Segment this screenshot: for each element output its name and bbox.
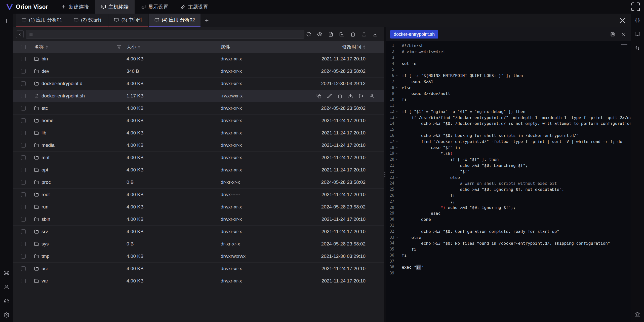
fold-toggle[interactable] xyxy=(394,116,400,119)
table-row[interactable]: docker-entrypoint.d4.00 KBdrwxr-xr-x2021… xyxy=(13,78,384,90)
row-permission-button[interactable] xyxy=(369,94,374,98)
row-download-button[interactable] xyxy=(348,94,353,98)
back-button[interactable] xyxy=(16,30,24,38)
download-button[interactable] xyxy=(373,32,378,37)
fold-toggle[interactable] xyxy=(394,74,400,77)
row-checkbox[interactable] xyxy=(21,143,26,148)
delete-button[interactable] xyxy=(350,32,355,37)
row-checkbox[interactable] xyxy=(21,279,26,283)
table-row[interactable]: run4.00 KBdrwxr-xr-x2024-05-28 23:58:02 xyxy=(13,201,384,213)
variables-button[interactable]: {} xyxy=(634,17,641,23)
table-row[interactable]: root4.00 KBdrwx------2021-11-24 17:20:10 xyxy=(13,189,384,201)
row-checkbox[interactable] xyxy=(21,131,26,135)
editor-file-tab[interactable]: docker-entrypoint.sh xyxy=(390,30,438,39)
nav-item-new-connection[interactable]: 新建连接 xyxy=(55,0,95,14)
tab-2[interactable]: (2) 数据库 xyxy=(68,14,108,27)
table-row[interactable]: usr4.00 KBdrwxr-xr-x2021-11-24 17:20:10 xyxy=(13,263,384,275)
row-checkbox[interactable] xyxy=(21,57,26,61)
fold-toggle[interactable] xyxy=(394,236,400,239)
fold-toggle[interactable] xyxy=(394,140,400,143)
settings-button[interactable] xyxy=(3,312,10,318)
column-header-attr[interactable]: 属性 xyxy=(221,44,314,50)
sort-icon[interactable] xyxy=(138,45,140,49)
tab-1[interactable]: (1) 应用-分析01 xyxy=(16,14,68,27)
row-checkbox[interactable] xyxy=(21,217,26,222)
row-move-button[interactable] xyxy=(359,94,364,98)
row-checkbox[interactable] xyxy=(21,180,26,185)
fold-toggle[interactable] xyxy=(394,158,400,161)
code-editor[interactable]: 1#!/bin/sh2# vim:sw=4:ts=4:et34set -e56i… xyxy=(386,41,631,322)
column-header-size[interactable]: 大小 xyxy=(127,44,221,50)
user-button[interactable] xyxy=(3,284,10,290)
row-checkbox[interactable] xyxy=(21,69,26,74)
table-row[interactable]: mnt4.00 KBdrwxr-xr-x2021-11-24 17:20:10 xyxy=(13,152,384,164)
new-file-button[interactable] xyxy=(328,32,333,37)
row-checkbox[interactable] xyxy=(21,106,26,111)
table-row[interactable]: sys0 Bdr-xr-xr-x2024-05-28 23:58:02 xyxy=(13,238,384,250)
fold-toggle[interactable] xyxy=(394,152,400,155)
nav-item-label: 主题设置 xyxy=(188,4,208,10)
tab-3[interactable]: (3) 中间件 xyxy=(108,14,148,27)
row-checkbox[interactable] xyxy=(21,229,26,234)
upload-icon xyxy=(361,32,367,37)
sort-icon[interactable] xyxy=(363,45,366,49)
table-row[interactable]: dev340 Bdrwxr-xr-x2024-05-28 23:58:02 xyxy=(13,65,384,78)
screenshot-button[interactable] xyxy=(634,311,641,318)
shortcut-keys-button[interactable] xyxy=(3,270,10,276)
row-checkbox[interactable] xyxy=(21,205,26,209)
column-header-name[interactable]: 名称 xyxy=(31,44,127,50)
column-header-mtime[interactable]: 修改时间 xyxy=(314,44,384,50)
row-checkbox[interactable] xyxy=(21,254,26,259)
table-row[interactable]: opt4.00 KBdrwxr-xr-x2021-11-24 17:20:10 xyxy=(13,164,384,176)
row-copy-button[interactable] xyxy=(316,94,321,98)
table-row[interactable]: media4.00 KBdrwxr-xr-x2021-11-24 17:20:1… xyxy=(13,139,384,152)
table-row[interactable]: proc0 Bdr-xr-xr-x2024-05-28 23:58:02 xyxy=(13,176,384,189)
row-checkbox[interactable] xyxy=(21,155,26,160)
table-row[interactable]: var4.00 KBdrwxr-xr-x2021-11-24 17:20:10 xyxy=(13,275,384,287)
upload-button[interactable] xyxy=(361,32,367,37)
row-checkbox[interactable] xyxy=(21,118,26,123)
table-row[interactable]: lib4.00 KBdrwxr-xr-x2021-11-24 17:20:10 xyxy=(13,127,384,139)
fold-toggle[interactable] xyxy=(394,110,400,113)
sync-button[interactable] xyxy=(3,298,10,304)
table-row[interactable]: bin4.00 KBdrwxr-xr-x2021-11-24 17:20:10 xyxy=(13,53,384,65)
path-input[interactable] xyxy=(35,32,301,37)
select-all-checkbox[interactable] xyxy=(21,45,26,49)
transfer-list-button[interactable] xyxy=(634,45,641,51)
terminal-display-button[interactable] xyxy=(634,31,641,37)
fullscreen-button[interactable] xyxy=(630,0,641,14)
table-row[interactable]: docker-entrypoint.sh1.17 KB-rwxrwxr-x xyxy=(13,90,384,102)
refresh-button[interactable] xyxy=(306,32,311,37)
show-hidden-button[interactable] xyxy=(317,32,322,37)
close-all-tabs-button[interactable] xyxy=(618,16,627,25)
row-checkbox[interactable] xyxy=(21,168,26,172)
editor-close-button[interactable] xyxy=(621,32,626,37)
new-folder-button[interactable] xyxy=(339,32,344,37)
add-tab-button[interactable] xyxy=(201,14,213,27)
table-row[interactable]: tmp4.00 KBdrwxrwxrwx2021-12-30 03:29:10 xyxy=(13,250,384,263)
table-row[interactable]: home4.00 KBdrwxr-xr-x2021-11-24 17:20:10 xyxy=(13,115,384,127)
nav-item-display-settings[interactable]: 显示设置 xyxy=(135,0,174,14)
nav-item-host-terminal[interactable]: 主机终端 xyxy=(95,0,135,14)
row-checkbox[interactable] xyxy=(21,242,26,246)
fold-toggle[interactable] xyxy=(394,86,400,89)
table-row[interactable]: etc4.00 KBdrwxr-xr-x2024-05-28 23:58:02 xyxy=(13,102,384,115)
table-row[interactable]: sbin4.00 KBdrwxr-xr-x2021-11-24 17:20:10 xyxy=(13,213,384,226)
table-row[interactable]: srv4.00 KBdrwxr-xr-x2021-11-24 17:20:10 xyxy=(13,226,384,238)
fold-toggle[interactable] xyxy=(394,146,400,149)
tab-4[interactable]: (4) 应用-分析02 xyxy=(149,14,200,27)
panel-splitter[interactable] xyxy=(384,27,386,322)
row-delete-button[interactable] xyxy=(338,94,342,98)
editor-panel: docker-entrypoint.sh 1#!/bin/sh2# vim:sw… xyxy=(386,27,631,322)
save-button[interactable] xyxy=(610,32,615,37)
row-checkbox[interactable] xyxy=(21,192,26,197)
nav-item-theme-settings[interactable]: 主题设置 xyxy=(174,0,214,14)
row-checkbox[interactable] xyxy=(21,94,26,98)
row-edit-button[interactable] xyxy=(327,94,332,98)
filter-icon[interactable] xyxy=(117,45,121,49)
row-checkbox[interactable] xyxy=(21,266,26,271)
sort-icon[interactable] xyxy=(46,45,48,49)
row-checkbox[interactable] xyxy=(21,81,26,86)
new-session-button[interactable] xyxy=(3,18,10,24)
fold-toggle[interactable] xyxy=(394,176,400,179)
